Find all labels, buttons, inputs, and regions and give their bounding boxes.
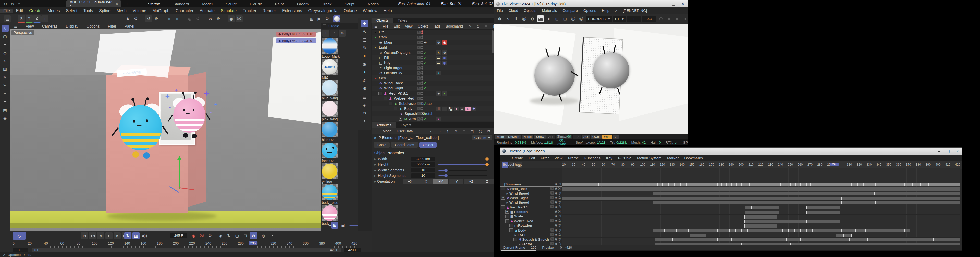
edit-toggle-icon[interactable]: ✎ bbox=[417, 97, 421, 100]
property-value-field[interactable]: 10 bbox=[411, 173, 435, 178]
focus-picker-icon[interactable]: Ⓕ bbox=[570, 15, 577, 22]
property-value-field[interactable]: 5000 cm bbox=[411, 162, 435, 167]
keyframe-tick[interactable] bbox=[791, 243, 791, 245]
orientation-option-x[interactable]: +X bbox=[403, 179, 417, 184]
menu-item-volume[interactable]: Volume bbox=[130, 9, 149, 13]
add-material-icon[interactable]: + bbox=[322, 30, 329, 37]
keyframe-tick[interactable] bbox=[848, 229, 848, 232]
solo-icon[interactable]: Ⓢ bbox=[558, 209, 561, 214]
collapse-icon[interactable]: − bbox=[501, 206, 505, 209]
keyframe-tick[interactable] bbox=[731, 183, 732, 186]
compact-view-icon[interactable]: ▣ bbox=[339, 222, 346, 229]
pink-bee-character[interactable] bbox=[171, 97, 209, 141]
edit-toggle-icon[interactable]: ✎ bbox=[550, 233, 554, 236]
visibility-dots[interactable] bbox=[422, 117, 423, 121]
keyframe-tick[interactable] bbox=[706, 183, 706, 186]
render-view[interactable] bbox=[494, 24, 687, 134]
keyframe-tick[interactable] bbox=[652, 201, 653, 205]
keyframe-tick[interactable] bbox=[769, 215, 769, 219]
visibility-dots[interactable] bbox=[422, 91, 423, 95]
menu-item-nodes[interactable]: Nodes bbox=[361, 2, 385, 6]
visibility-dots[interactable] bbox=[422, 56, 423, 60]
keyframe-tick[interactable] bbox=[759, 229, 759, 232]
quick-access-icon[interactable]: ◆ bbox=[361, 20, 368, 27]
tag-icon[interactable]: ● bbox=[454, 106, 459, 111]
pass-button-z[interactable]: Z bbox=[613, 135, 619, 139]
enabled-check-icon[interactable]: ✓ bbox=[424, 117, 428, 121]
eye-icon[interactable]: ◉ bbox=[555, 233, 557, 237]
material-thumbnail[interactable] bbox=[322, 101, 338, 116]
tag-icon[interactable]: ▲ bbox=[460, 106, 465, 111]
keyframe-tick[interactable] bbox=[904, 229, 905, 232]
keyframe-tick[interactable] bbox=[765, 229, 765, 232]
keyframe-tick[interactable] bbox=[744, 224, 745, 228]
pass-button-main[interactable]: Main bbox=[495, 135, 506, 139]
enabled-check-icon[interactable]: ✓ bbox=[424, 61, 428, 65]
display-icon[interactable]: ▤ bbox=[2, 106, 9, 113]
keyframe-tick[interactable] bbox=[674, 183, 675, 186]
property-slider[interactable] bbox=[438, 164, 487, 165]
axis-tool-icon[interactable]: ⌖ bbox=[2, 90, 9, 97]
eye-icon[interactable]: ◉ bbox=[555, 196, 557, 200]
keyframe-tick[interactable] bbox=[824, 229, 824, 232]
up-icon[interactable]: ↑ bbox=[444, 127, 451, 135]
lock-x-button[interactable]: X bbox=[18, 15, 25, 23]
menu-item-frame[interactable]: Frame bbox=[565, 156, 582, 160]
viewport-canvas[interactable]: ◒ 우리금융그룹 bbox=[10, 29, 321, 231]
keyframe-tick[interactable] bbox=[840, 192, 840, 195]
tag-icon[interactable]: ⠿ bbox=[436, 106, 441, 111]
menu-item-tools[interactable]: Tools bbox=[80, 9, 96, 13]
grid-view-icon[interactable]: ⊞ bbox=[331, 222, 338, 229]
keyframe-tick[interactable] bbox=[783, 229, 783, 232]
keyframe-tick[interactable] bbox=[877, 229, 877, 232]
menu-item-animate[interactable]: Animate bbox=[197, 9, 218, 13]
property-slider[interactable] bbox=[438, 170, 487, 171]
keyframe-tick[interactable] bbox=[806, 211, 807, 214]
keyframe-tick[interactable] bbox=[726, 183, 727, 186]
dope-row-rotation[interactable]: +▤Rotation◉Ⓢ bbox=[500, 223, 562, 228]
keyframe-tick[interactable] bbox=[765, 183, 766, 186]
keyframe-tick[interactable] bbox=[810, 183, 811, 186]
visibility-dots[interactable] bbox=[417, 122, 418, 122]
keyframe-tick[interactable] bbox=[741, 243, 741, 245]
keyframe-tick[interactable] bbox=[840, 220, 840, 223]
keyframe-tick[interactable] bbox=[700, 187, 700, 191]
keyframe-tick[interactable] bbox=[698, 183, 698, 186]
menu-item-filter[interactable]: Filter bbox=[538, 156, 552, 160]
material-thumbnail[interactable] bbox=[322, 80, 338, 95]
menu-item-view[interactable]: View bbox=[21, 24, 38, 28]
keyframe-tick[interactable] bbox=[779, 211, 779, 214]
pass-button-wire[interactable]: Wire bbox=[602, 135, 612, 139]
material-blue-02[interactable]: blue 02 bbox=[322, 122, 352, 142]
keyframe-tick[interactable] bbox=[800, 229, 800, 232]
eye-icon[interactable]: ◉ bbox=[555, 223, 557, 228]
tag-icon[interactable]: ◐ bbox=[436, 71, 441, 75]
menu-item-select[interactable]: Select bbox=[63, 9, 80, 13]
keyframe-tick[interactable] bbox=[928, 183, 929, 186]
tag-icon[interactable]: ✚ bbox=[471, 106, 476, 111]
keyframe-tick[interactable] bbox=[881, 183, 881, 186]
live-selection-icon[interactable]: ↖ bbox=[2, 25, 9, 32]
menu-item-takes[interactable]: Takes bbox=[393, 17, 412, 23]
material-blue-wing[interactable]: blue_wing bbox=[322, 80, 352, 100]
enabled-check-icon[interactable]: ✓ bbox=[424, 51, 428, 55]
keyframe-tick[interactable] bbox=[887, 238, 887, 241]
collapse-icon[interactable]: − bbox=[501, 196, 505, 200]
cube-icon[interactable]: ▢ bbox=[361, 36, 368, 43]
property-slider[interactable] bbox=[438, 159, 487, 159]
sound-icon[interactable]: ◀)) bbox=[141, 232, 148, 239]
material-thumbnail[interactable] bbox=[322, 163, 338, 179]
keyframe-tick[interactable] bbox=[828, 238, 828, 241]
radial-icon[interactable]: ◎ bbox=[186, 15, 193, 22]
visibility-dots[interactable] bbox=[422, 81, 423, 86]
menu-item-options[interactable]: Options bbox=[581, 9, 599, 13]
eyedropper-icon[interactable]: ✎ bbox=[339, 30, 346, 37]
keyframe-tick[interactable] bbox=[751, 206, 752, 209]
keyframe-tick[interactable] bbox=[706, 233, 706, 237]
plane-icon[interactable]: ■ bbox=[666, 15, 673, 22]
search-icon[interactable]: ○ bbox=[452, 127, 460, 135]
playhead-chip[interactable]: 295 bbox=[830, 163, 838, 166]
menu-item-file[interactable]: File bbox=[0, 9, 13, 13]
edit-toggle-icon[interactable]: ✎ bbox=[550, 237, 554, 241]
frame-icon[interactable]: ⌗ bbox=[165, 15, 173, 22]
